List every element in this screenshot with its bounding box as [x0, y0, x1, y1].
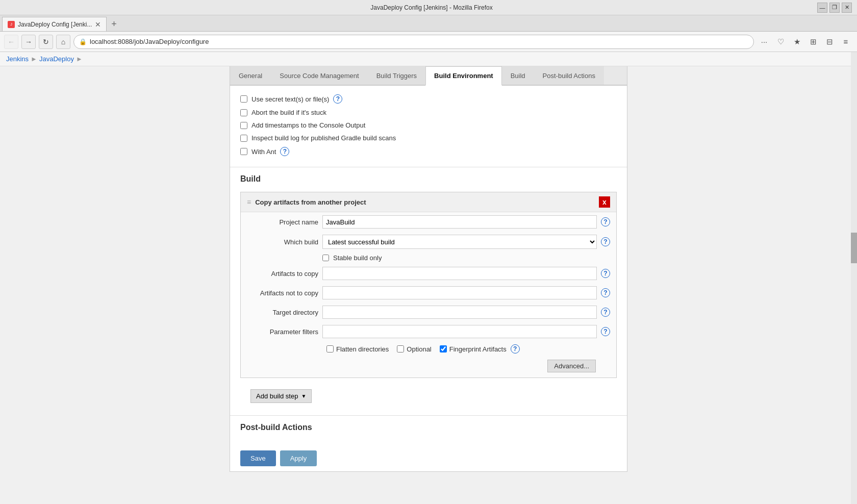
checkbox-row-secret: Use secret text(s) or file(s) ?: [240, 92, 617, 106]
breadcrumb-javadeploy[interactable]: JavaDeploy: [39, 55, 74, 63]
tab-favicon: J: [8, 21, 15, 28]
build-step-header: ≡ Copy artifacts from another project x: [241, 192, 616, 212]
breadcrumb: Jenkins ► JavaDeploy ►: [0, 52, 857, 66]
menu-button[interactable]: ≡: [839, 35, 853, 49]
build-env-section: Use secret text(s) or file(s) ? Abort th…: [230, 86, 627, 165]
stable-build-checkbox[interactable]: [322, 255, 329, 261]
apply-button[interactable]: Apply: [280, 450, 317, 466]
checkbox-abort[interactable]: [240, 109, 247, 116]
library-button[interactable]: ⊞: [806, 35, 820, 49]
stable-build-label: Stable build only: [333, 254, 382, 262]
tab-scm[interactable]: Source Code Management: [271, 66, 367, 85]
address-bar[interactable]: 🔒 localhost:8088/job/JavaDeploy/configur…: [73, 35, 754, 49]
refresh-button[interactable]: ↻: [39, 35, 53, 49]
help-secret-icon[interactable]: ?: [333, 94, 342, 104]
forward-button[interactable]: →: [21, 35, 36, 49]
help-artifacts-not-copy-icon[interactable]: ?: [601, 288, 610, 297]
flatten-label: Flatten directories: [336, 345, 389, 353]
scrollbar-thumb[interactable]: [851, 233, 857, 263]
heart-button[interactable]: ♡: [773, 35, 788, 49]
which-build-label: Which build: [247, 238, 318, 246]
tab-general[interactable]: General: [230, 66, 271, 85]
restore-button[interactable]: ❐: [829, 3, 840, 13]
help-options-icon[interactable]: ?: [511, 344, 520, 354]
artifacts-not-copy-input[interactable]: [322, 286, 597, 299]
which-build-select[interactable]: Latest successful build Latest stable bu…: [322, 235, 597, 249]
checkbox-secret-label: Use secret text(s) or file(s): [251, 95, 329, 103]
parameter-filters-input[interactable]: [322, 325, 597, 338]
more-button[interactable]: ···: [757, 35, 771, 49]
checkbox-row-abort: Abort the build if it's stuck: [240, 106, 617, 119]
artifacts-not-copy-label: Artifacts not to copy: [247, 289, 318, 297]
browser-tabbar: J JavaDeploy Config [Jenki... ✕ +: [0, 15, 857, 32]
checkbox-timestamps[interactable]: [240, 122, 247, 129]
layout-button[interactable]: ⊟: [822, 35, 837, 49]
checkbox-ant[interactable]: [240, 148, 247, 155]
add-build-step-button[interactable]: Add build step ▼: [250, 389, 312, 403]
parameter-filters-row: Parameter filters ?: [241, 322, 616, 341]
help-parameter-filters-icon[interactable]: ?: [601, 327, 610, 336]
fingerprint-option: Fingerprint Artifacts: [440, 345, 507, 353]
build-step-title: Copy artifacts from another project: [255, 198, 595, 206]
new-tab-button[interactable]: +: [107, 17, 121, 31]
project-name-label: Project name: [247, 218, 318, 226]
target-directory-input[interactable]: [322, 306, 597, 319]
back-button[interactable]: ←: [4, 35, 18, 49]
help-ant-icon[interactable]: ?: [280, 147, 289, 156]
artifacts-copy-label: Artifacts to copy: [247, 270, 318, 278]
advanced-row: Advanced...: [241, 357, 616, 377]
config-tabs: General Source Code Management Build Tri…: [230, 66, 627, 86]
fingerprint-checkbox[interactable]: [440, 345, 447, 352]
breadcrumb-jenkins[interactable]: Jenkins: [6, 55, 29, 63]
checkbox-row-ant: With Ant ?: [240, 144, 617, 159]
checkbox-abort-label: Abort the build if it's stuck: [251, 109, 326, 116]
options-row: Flatten directories Optional Fingerprint…: [326, 345, 507, 353]
post-build-section: Post-build Actions: [230, 418, 627, 445]
post-build-title: Post-build Actions: [240, 423, 617, 434]
target-directory-row: Target directory ?: [241, 303, 616, 322]
optional-checkbox[interactable]: [397, 345, 404, 352]
artifacts-copy-input[interactable]: [322, 267, 597, 280]
close-button[interactable]: ✕: [842, 3, 852, 13]
remove-step-button[interactable]: x: [599, 196, 610, 208]
breadcrumb-sep2: ►: [76, 55, 83, 63]
fingerprint-label: Fingerprint Artifacts: [449, 345, 507, 353]
help-project-name-icon[interactable]: ?: [601, 217, 610, 226]
help-artifacts-copy-icon[interactable]: ?: [601, 269, 610, 278]
build-step-card: ≡ Copy artifacts from another project x …: [240, 192, 617, 378]
flatten-option: Flatten directories: [326, 345, 389, 353]
help-target-directory-icon[interactable]: ?: [601, 308, 610, 317]
project-name-input[interactable]: [322, 215, 597, 229]
help-which-build-icon[interactable]: ?: [601, 237, 610, 246]
tab-close-button[interactable]: ✕: [95, 20, 101, 29]
save-button[interactable]: Save: [240, 450, 276, 466]
stable-build-row: Stable build only: [241, 252, 616, 264]
scrollbar[interactable]: [851, 52, 857, 504]
which-build-row: Which build Latest successful build Late…: [241, 232, 616, 252]
tab-triggers[interactable]: Build Triggers: [368, 66, 425, 85]
tab-build-env[interactable]: Build Environment: [425, 66, 502, 86]
checkbox-gradle[interactable]: [240, 135, 247, 142]
build-section: Build ≡ Copy artifacts from another proj…: [230, 169, 627, 413]
titlebar: JavaDeploy Config [Jenkins] - Mozilla Fi…: [0, 0, 857, 15]
window-controls[interactable]: — ❐ ✕: [817, 3, 852, 13]
breadcrumb-sep1: ►: [31, 55, 37, 63]
flatten-checkbox[interactable]: [326, 345, 334, 352]
browser-tab-active[interactable]: J JavaDeploy Config [Jenki... ✕: [2, 17, 107, 31]
config-panel: General Source Code Management Build Tri…: [230, 66, 627, 472]
add-build-step-row: Add build step ▼: [240, 384, 617, 408]
drag-handle-icon[interactable]: ≡: [247, 198, 251, 206]
home-button[interactable]: ⌂: [56, 35, 70, 49]
tab-build[interactable]: Build: [502, 66, 534, 85]
window-title: JavaDeploy Config [Jenkins] - Mozilla Fi…: [46, 4, 817, 11]
lock-icon: 🔒: [79, 38, 87, 45]
star-button[interactable]: ★: [790, 35, 804, 49]
checkbox-secret[interactable]: [240, 95, 247, 103]
tab-postbuild[interactable]: Post-build Actions: [534, 66, 604, 85]
advanced-button[interactable]: Advanced...: [547, 360, 596, 372]
content-area: General Source Code Management Build Tri…: [0, 66, 857, 503]
address-text: localhost:8088/job/JavaDeploy/configure: [90, 38, 748, 45]
checkbox-row-timestamps: Add timestamps to the Console Output: [240, 119, 617, 132]
optional-option: Optional: [397, 345, 431, 353]
minimize-button[interactable]: —: [817, 3, 827, 13]
